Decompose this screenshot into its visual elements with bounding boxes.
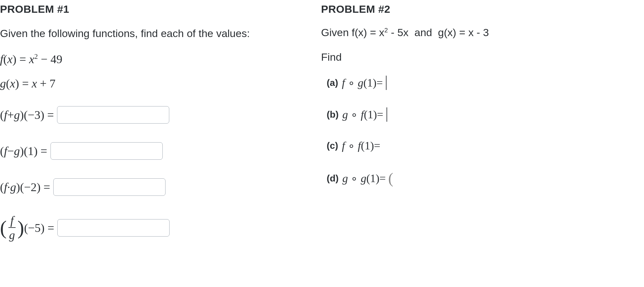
question-fg-quot-label: ( f g ) (−5) =: [0, 214, 54, 242]
question-fg-prod: (f · g)(−2) =: [0, 178, 309, 196]
question-fg-sum-label: (f + g)(−3) =: [0, 108, 54, 122]
fraction-denominator: g: [9, 228, 15, 242]
problem-2-find: Find: [321, 51, 633, 63]
definition-f: f(x) = x2 − 49: [0, 53, 309, 66]
definition-g: g(x) = x + 7: [0, 77, 309, 91]
answer-input-fg-diff[interactable]: [50, 142, 163, 160]
problem-1-definitions: f(x) = x2 − 49 g(x) = x + 7: [0, 53, 309, 90]
answer-input-fg-prod[interactable]: [53, 178, 166, 196]
question-fg-quot: ( f g ) (−5) =: [0, 214, 309, 242]
text-cursor-icon: [386, 76, 387, 90]
part-d-tag: (d): [327, 173, 339, 184]
answer-input-fg-quot[interactable]: [57, 219, 170, 237]
question-fg-diff: (f − g)(1) =: [0, 142, 309, 160]
part-c-math: f ∘ f(1)=: [342, 139, 380, 152]
problem-2-title: PROBLEM #2: [321, 3, 633, 15]
part-b-tag: (b): [327, 109, 339, 120]
part-d-math: g ∘ g(1)=: [342, 172, 386, 185]
question-fg-diff-label: (f − g)(1) =: [0, 144, 47, 158]
text-cursor-icon: [387, 107, 387, 122]
part-a-tag: (a): [327, 78, 338, 88]
problem-1-intro: Given the following functions, find each…: [0, 26, 309, 40]
question-fg-sum: (f + g)(−3) =: [0, 106, 309, 124]
fraction-numerator: f: [8, 214, 16, 228]
part-b: (b) g ∘ f(1)=: [327, 107, 633, 122]
problem-1-title: PROBLEM #1: [0, 3, 309, 15]
question-fg-prod-label: (f · g)(−2) =: [0, 180, 50, 194]
part-c: (c) f ∘ f(1)=: [327, 139, 633, 152]
problem-2-column: PROBLEM #2 Given f(x) = x2 - 5x and g(x)…: [321, 3, 633, 245]
part-d: (d) g ∘ g(1)= (: [327, 170, 633, 187]
part-c-tag: (c): [327, 140, 338, 151]
part-a: (a) f ∘ g(1)=: [327, 76, 633, 90]
part-a-math: f ∘ g(1)=: [342, 76, 383, 89]
problem-1-column: PROBLEM #1 Given the following functions…: [0, 3, 309, 245]
part-b-math: g ∘ f(1)=: [342, 108, 383, 121]
open-paren-icon: (: [388, 170, 393, 187]
answer-input-fg-sum[interactable]: [57, 106, 169, 124]
problem-2-given: Given f(x) = x2 - 5x and g(x) = x - 3: [321, 26, 633, 39]
